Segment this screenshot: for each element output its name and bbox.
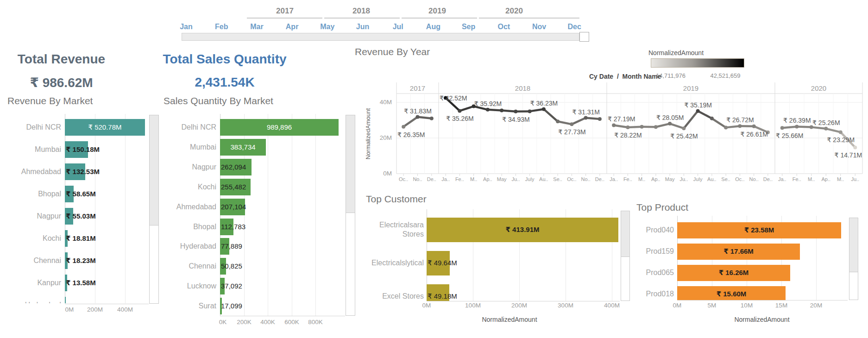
line-point[interactable] (402, 125, 405, 129)
bar[interactable] (65, 297, 66, 303)
point-label: ₹ 25.66M (776, 132, 804, 139)
x-tick-label: 0M (413, 302, 440, 309)
line-point[interactable] (738, 124, 742, 128)
point-label: ₹ 35.92M (474, 100, 502, 107)
bar-value-label: ₹ 18.81M (66, 234, 96, 243)
line-point[interactable] (710, 117, 714, 120)
x-tick-label: 5M (698, 302, 726, 309)
row-label: Kanpur (0, 278, 61, 288)
y-tick-label: 0M (370, 170, 392, 177)
x-tick-label: 400M (111, 306, 139, 313)
line-point[interactable] (458, 109, 461, 113)
bar-value-label: ₹ 413.91M (427, 225, 618, 234)
point-label: ₹ 25.42M (670, 132, 698, 140)
bar-value-label: ₹ 15.60M (677, 290, 786, 298)
line-segment (614, 125, 628, 127)
x-axis-line (220, 316, 345, 316)
line-point[interactable] (626, 125, 629, 129)
row-label: Lucknow (161, 282, 216, 291)
point-label: ₹ 26.39M (783, 117, 811, 124)
x-axis-line (677, 300, 848, 300)
line-point[interactable] (654, 125, 658, 129)
point-label: ₹ 26.72M (726, 116, 754, 124)
line-segment (418, 117, 432, 119)
line-point[interactable] (584, 116, 588, 120)
line-segment (502, 110, 516, 111)
year-header-2020: 2020 (800, 84, 837, 92)
line-point[interactable] (598, 117, 602, 121)
line-segment (628, 127, 642, 127)
row-label: Electricalsara Stores (359, 220, 424, 239)
line-segment (811, 127, 826, 129)
bar-value-label: ₹ 17.66M (677, 247, 800, 256)
line-point[interactable] (486, 108, 490, 112)
line-point[interactable] (500, 108, 503, 112)
point-label: ₹ 28.05M (656, 114, 684, 121)
point-label: ₹ 31.31M (572, 108, 600, 116)
line-point[interactable] (556, 119, 560, 123)
line-point[interactable] (430, 117, 434, 120)
bar-value-label: ₹ 18.23M (66, 257, 96, 265)
top-product-scrollbar-thumb[interactable] (849, 218, 858, 272)
line-point[interactable] (853, 145, 857, 149)
point-label: ₹ 27.73M (558, 128, 586, 136)
point-label: ₹ 27.19M (608, 115, 635, 123)
line-point[interactable] (724, 125, 728, 129)
line-segment (586, 118, 600, 119)
line-point[interactable] (682, 126, 686, 130)
point-label: ₹ 26.61M (740, 131, 768, 138)
revenue-by-market-scrollbar-thumb[interactable] (149, 115, 159, 225)
line-point[interactable] (542, 107, 546, 111)
x-axis-line (427, 301, 620, 301)
line-point[interactable] (839, 130, 843, 134)
line-point[interactable] (570, 122, 573, 126)
line-point[interactable] (752, 125, 756, 128)
point-label: ₹ 34.93M (502, 116, 530, 123)
line-segment (558, 121, 572, 124)
line-segment (782, 126, 797, 128)
top-customer-plot: Electricalsara Stores₹ 413.91MElectrical… (359, 209, 620, 301)
x-tick-label: 15M (767, 302, 795, 309)
row-label: Chennai (161, 262, 216, 271)
bar-value-label: 77,889 (221, 242, 242, 250)
line-point[interactable] (824, 127, 828, 131)
x-tick-label: 400M (598, 302, 626, 309)
row-label: Prod065 (635, 268, 674, 277)
sales-quantity-by-market-scrollbar-thumb[interactable] (346, 115, 355, 213)
x-tick-label: 100M (459, 302, 487, 309)
line-segment (726, 126, 740, 127)
row-label: Bhopal (161, 222, 216, 232)
row-label: Nagpur (0, 212, 61, 221)
bar-value-label: ₹ 49.18M (428, 292, 457, 300)
x-tick-label: 20M (802, 302, 830, 309)
point-label: ₹ 35.19M (684, 101, 712, 109)
x-tick-label: 800K (302, 319, 329, 325)
line-point[interactable] (780, 126, 784, 130)
x-tick-label: 400K (254, 319, 282, 325)
line-point[interactable] (668, 122, 672, 125)
line-point[interactable] (612, 123, 616, 127)
y-tick-label: 20M (370, 134, 392, 141)
top-customer-title: Top Customer (366, 194, 427, 205)
line-point[interactable] (640, 125, 644, 129)
line-segment (530, 109, 544, 112)
row-label: Prod159 (635, 247, 674, 256)
line-segment (797, 126, 811, 127)
line-point[interactable] (795, 125, 799, 128)
top-customer-xaxis-label: NormalizedAmount (472, 316, 547, 323)
line-point[interactable] (528, 109, 532, 113)
bar-value-label: 37,092 (221, 282, 242, 290)
x-tick-label: 0M (663, 302, 691, 309)
top-product-xaxis-label: NormalizedAmount (725, 316, 799, 323)
point-label: ₹ 28.22M (614, 131, 642, 139)
top-customer-scrollbar-thumb[interactable] (621, 211, 630, 257)
bar-value-label: ₹ 55.03M (66, 212, 96, 220)
month-label: Ju.. (846, 176, 864, 182)
row-label: Prod040 (635, 225, 674, 235)
line-point[interactable] (696, 109, 700, 113)
line-point[interactable] (514, 110, 517, 113)
line-point[interactable] (416, 115, 420, 119)
year-header-2019: 2019 (673, 84, 710, 92)
bar-value-label: 17,099 (221, 302, 242, 310)
bar-value-label: ₹ 49.64M (428, 259, 457, 267)
